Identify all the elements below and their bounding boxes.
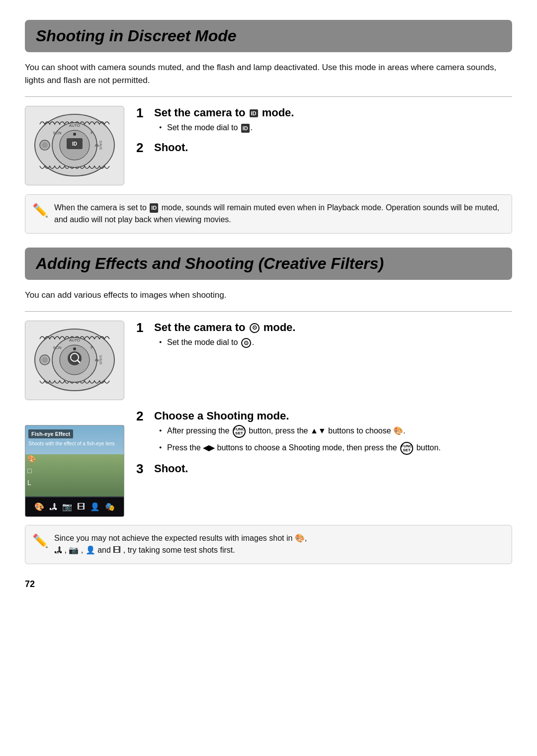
creative-icon-bullet: ⊙ xyxy=(241,338,251,348)
section1-note-text: When the camera is set to ID mode, sound… xyxy=(54,202,503,227)
section2-steps-right: 2 Choose a Shooting mode. ● After pressi… xyxy=(136,409,512,517)
step1-content: Set the camera to ID mode. ● Set the mod… xyxy=(154,106,512,134)
screenshot-desc: Shoots with the effect of a fish-eye len… xyxy=(28,440,115,447)
svg-text:P: P xyxy=(90,345,93,350)
section2-step1-row: AUTO P Av SCN 3/AVE 1 Set the camera to … xyxy=(25,321,512,400)
spacer xyxy=(25,409,124,417)
section1-step1: 1 Set the camera to ID mode. ● Set the m… xyxy=(136,106,512,134)
s2-step1-title: Set the camera to ⊙ mode. xyxy=(154,321,512,335)
section2-header: Adding Effects and Shooting (Creative Fi… xyxy=(25,248,512,280)
note2-pencil-icon: ✏️ xyxy=(32,533,48,557)
section2-step1-item: 1 Set the camera to ⊙ mode. ● Set the mo… xyxy=(136,321,512,349)
camera-dial-1: AUTO P Av SCN ID 3/AVE xyxy=(25,106,124,185)
note2-icon3: 📷 xyxy=(69,546,79,554)
svg-point-25 xyxy=(73,347,76,350)
section2-intro: You can add various effects to images wh… xyxy=(25,289,512,302)
section2-step2-item: 2 Choose a Shooting mode. ● After pressi… xyxy=(136,409,512,455)
section2-note-text: Since you may not achieve the expected r… xyxy=(54,532,307,557)
section1-steps-content: 1 Set the camera to ID mode. ● Set the m… xyxy=(136,106,512,164)
section1-note: ✏️ When the camera is set to ID mode, so… xyxy=(25,194,512,234)
screenshot-ground xyxy=(25,454,124,497)
func-button-1: FUNCSET xyxy=(233,425,246,438)
s2-step1-number: 1 xyxy=(136,321,150,335)
s2-step2-number: 2 xyxy=(136,409,150,423)
step1-title: Set the camera to ID mode. xyxy=(154,106,512,120)
s2-step2-bullet2: ● Press the ◀▶ buttons to choose a Shoot… xyxy=(159,442,512,455)
discreet-mode-icon-2: ID xyxy=(241,124,250,133)
section2-step2-row: Fish-eye Effect Shoots with the effect o… xyxy=(25,409,512,517)
creative-mode-icon: ⊙ xyxy=(250,323,260,333)
bullet-dot: ● xyxy=(159,124,164,131)
section1-title: Shooting in Discreet Mode xyxy=(36,27,501,45)
svg-text:Av: Av xyxy=(94,358,99,362)
svg-text:P: P xyxy=(90,131,93,135)
screenshot-left-icons: 🎨 □ L xyxy=(27,455,36,487)
func-button-2: FUNCSET xyxy=(400,442,413,455)
s2-step2-bullet1: ● After pressing the FUNCSET button, pre… xyxy=(159,425,512,438)
discreet-icon-note: ID xyxy=(150,203,158,213)
s2-step3-number: 3 xyxy=(136,462,150,476)
svg-text:Av: Av xyxy=(94,143,99,148)
step1-bullet: ● Set the mode dial to ID. xyxy=(159,122,512,134)
bullet-dot-3: ● xyxy=(159,427,164,434)
icon-l: L xyxy=(27,479,36,487)
step2-number: 2 xyxy=(136,141,150,155)
note2-and: and xyxy=(97,546,113,554)
svg-text:ID: ID xyxy=(72,141,77,147)
svg-text:3/AVE: 3/AVE xyxy=(99,355,102,365)
s2-step1-detail: Set the camera to ⊙ mode. ● Set the mode… xyxy=(154,321,512,349)
svg-point-11 xyxy=(73,133,76,136)
bar-icon-2: 🏞 xyxy=(49,503,57,511)
note2-icon4: 👤 xyxy=(86,546,95,554)
note2-icon2: 🏞 xyxy=(54,546,62,554)
section1-step2: 2 Shoot. xyxy=(136,141,512,157)
s2-step2-title: Choose a Shooting mode. xyxy=(154,409,512,423)
bar-icon-3: 📷 xyxy=(62,502,72,511)
svg-text:SCN: SCN xyxy=(53,131,62,135)
section1-header: Shooting in Discreet Mode xyxy=(25,20,512,52)
note-pencil-icon: ✏️ xyxy=(32,203,48,227)
s2-step1-bullet: ● Set the mode dial to ⊙. xyxy=(159,336,512,348)
fish-eye-icon-inline: 🎨 xyxy=(393,426,403,435)
bullet-dot-2: ● xyxy=(159,339,164,346)
svg-text:3/AVE: 3/AVE xyxy=(99,141,102,151)
section2-step3-item: 3 Shoot. xyxy=(136,462,512,478)
section2-images: Fish-eye Effect Shoots with the effect o… xyxy=(25,409,124,517)
camera-dial-svg-2: AUTO P Av SCN 3/AVE xyxy=(30,324,119,396)
svg-text:SCN: SCN xyxy=(53,345,62,350)
step2-content: Shoot. xyxy=(154,141,512,157)
divider2 xyxy=(25,311,512,312)
note2-icon1: 🎨 xyxy=(295,534,305,542)
section1-steps: AUTO P Av SCN ID 3/AVE 1 Set the camera … xyxy=(25,106,512,185)
discreet-mode-icon: ID xyxy=(250,109,258,117)
svg-point-24 xyxy=(42,357,48,363)
bullet-dot-4: ● xyxy=(159,444,164,451)
s2-step3-detail: Shoot. xyxy=(154,462,512,478)
page-number: 72 xyxy=(25,579,512,589)
bar-icon-1: 🎨 xyxy=(34,502,44,511)
svg-text:AUTO: AUTO xyxy=(69,338,80,342)
fish-eye-screenshot: Fish-eye Effect Shoots with the effect o… xyxy=(25,425,124,517)
svg-text:AUTO: AUTO xyxy=(69,123,80,128)
icon-fisheye: 🎨 xyxy=(27,455,36,463)
section2-note: ✏️ Since you may not achieve the expecte… xyxy=(25,525,512,565)
step1-number: 1 xyxy=(136,106,150,120)
section1-intro: You can shoot with camera sounds muted, … xyxy=(25,61,512,87)
screenshot-icon-bar: 🎨 🏞 📷 🎞 👤 🎭 xyxy=(25,498,124,516)
step2-title: Shoot. xyxy=(154,141,512,155)
svg-point-10 xyxy=(42,142,48,148)
s2-step3-title: Shoot. xyxy=(154,462,512,476)
camera-dial-2: AUTO P Av SCN 3/AVE xyxy=(25,321,124,400)
bar-icon-4: 🎞 xyxy=(77,503,85,511)
divider1 xyxy=(25,96,512,97)
bar-icon-5: 👤 xyxy=(90,502,100,511)
screenshot-title: Fish-eye Effect xyxy=(28,429,73,438)
bar-icon-6: 🎭 xyxy=(105,502,115,511)
icon-toy: □ xyxy=(27,467,36,475)
note2-icon5: 🎞 xyxy=(113,546,121,554)
section2-title: Adding Effects and Shooting (Creative Fi… xyxy=(36,254,501,273)
section2-step1-content: 1 Set the camera to ⊙ mode. ● Set the mo… xyxy=(136,321,512,356)
camera-dial-svg-1: AUTO P Av SCN ID 3/AVE xyxy=(30,109,119,181)
s2-step2-detail: Choose a Shooting mode. ● After pressing… xyxy=(154,409,512,455)
